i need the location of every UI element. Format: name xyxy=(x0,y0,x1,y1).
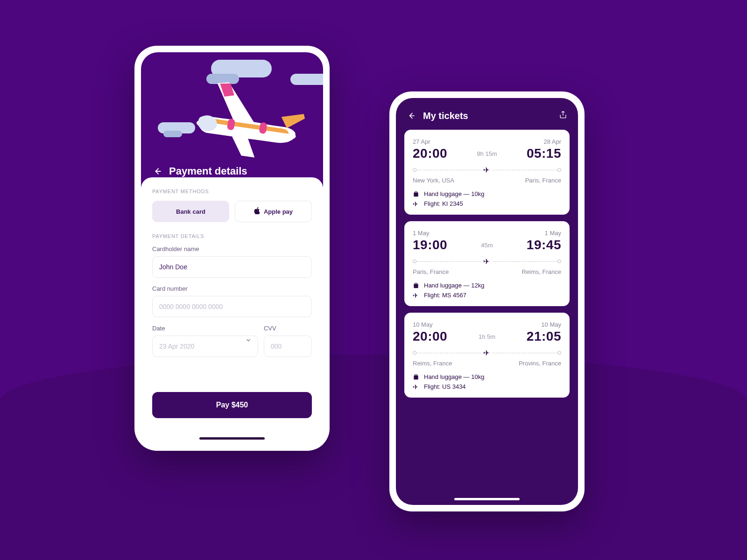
luggage-text: Hand luggage — 10kg xyxy=(424,373,484,380)
ticket-card[interactable]: 10 May20:00 1h 5m 10 May21:05 Reims, Fra… xyxy=(404,313,570,398)
arrival-time: 19:45 xyxy=(527,238,561,252)
arrival-date: 28 Apr xyxy=(543,138,561,145)
departure-date: 27 Apr xyxy=(413,138,447,145)
luggage-text: Hand luggage — 10kg xyxy=(424,190,484,197)
payment-method-apple-pay[interactable]: Apple pay xyxy=(235,201,312,222)
section-label-methods: PAYMENT METHODS xyxy=(152,189,312,194)
departure-time: 20:00 xyxy=(413,146,447,161)
departure-date: 10 May xyxy=(413,321,447,328)
payment-hero: Payment details xyxy=(141,52,323,188)
date-label: Date xyxy=(152,325,258,332)
method-label: Bank card xyxy=(176,208,205,215)
cvv-label: CVV xyxy=(264,325,312,332)
payment-method-bank-card[interactable]: Bank card xyxy=(152,201,229,222)
airplane-illustration xyxy=(169,71,309,163)
plane-icon xyxy=(483,349,491,357)
arrival-date: 1 May xyxy=(545,230,561,237)
plane-icon xyxy=(413,292,419,299)
arrival-time: 05:15 xyxy=(527,146,561,161)
flight-number: Flight: KI 2345 xyxy=(424,200,463,207)
arrival-time: 21:05 xyxy=(527,329,561,344)
to-city: Paris, France xyxy=(525,177,561,184)
plane-icon xyxy=(413,201,419,207)
back-arrow-icon[interactable] xyxy=(406,111,416,121)
ticket-list: 27 Apr20:00 9h 15m 28 Apr05:15 New York,… xyxy=(396,130,578,398)
flight-number: Flight: US 3434 xyxy=(424,383,466,390)
flight-duration: 45m xyxy=(481,242,493,249)
cardnumber-input[interactable] xyxy=(152,296,312,317)
pay-button[interactable]: Pay $450 xyxy=(152,392,312,418)
from-city: Paris, France xyxy=(413,268,449,275)
cardholder-input[interactable] xyxy=(152,256,312,278)
departure-date: 1 May xyxy=(413,230,447,237)
date-select[interactable] xyxy=(152,336,258,357)
to-city: Provins, France xyxy=(519,360,561,367)
luggage-text: Hand luggage — 12kg xyxy=(424,282,484,289)
plane-icon xyxy=(413,384,419,390)
share-icon[interactable] xyxy=(558,110,568,121)
from-city: New York, USA xyxy=(413,177,454,184)
page-title: Payment details xyxy=(169,165,247,177)
flight-route-line xyxy=(413,257,561,266)
flight-route-line xyxy=(413,166,561,174)
cloud-icon xyxy=(290,74,323,85)
flight-route-line xyxy=(413,349,561,357)
to-city: Reims, France xyxy=(521,268,561,275)
apple-icon xyxy=(254,207,260,216)
ticket-card[interactable]: 1 May19:00 45m 1 May19:45 Paris, FranceR… xyxy=(404,221,570,306)
luggage-icon xyxy=(413,282,419,289)
flight-duration: 1h 5m xyxy=(479,333,495,340)
cvv-input[interactable] xyxy=(264,336,312,357)
departure-time: 19:00 xyxy=(413,238,447,252)
home-indicator[interactable] xyxy=(199,437,265,440)
home-indicator[interactable] xyxy=(454,498,520,500)
phone-payment: Payment details PAYMENT METHODS Bank car… xyxy=(134,46,330,451)
section-label-details: PAYMENT DETAILS xyxy=(152,233,312,239)
plane-icon xyxy=(483,166,491,174)
arrival-date: 10 May xyxy=(541,321,561,328)
departure-time: 20:00 xyxy=(413,329,447,344)
phone-tickets: My tickets 27 Apr20:00 9h 15m 28 Apr05:1… xyxy=(389,91,585,511)
from-city: Reims, France xyxy=(413,360,452,367)
cardholder-label: Cardholder name xyxy=(152,245,312,252)
flight-duration: 9h 15m xyxy=(477,150,497,157)
page-title: My tickets xyxy=(423,111,552,121)
plane-icon xyxy=(483,257,491,266)
flight-number: Flight: MS 4567 xyxy=(424,292,466,299)
luggage-icon xyxy=(413,191,419,197)
method-label: Apple pay xyxy=(264,208,293,215)
luggage-icon xyxy=(413,374,419,380)
ticket-card[interactable]: 27 Apr20:00 9h 15m 28 Apr05:15 New York,… xyxy=(404,130,570,215)
cardnumber-label: Card number xyxy=(152,285,312,292)
back-arrow-icon[interactable] xyxy=(152,166,162,176)
